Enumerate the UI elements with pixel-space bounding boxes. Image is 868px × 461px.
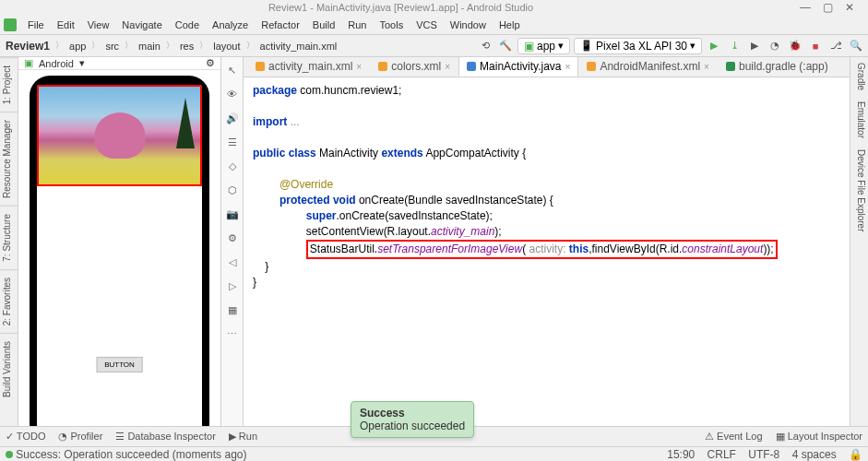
run-config-select[interactable]: ▣app ▾: [517, 38, 570, 54]
tab-activity-main[interactable]: activity_main.xml×: [247, 56, 370, 77]
palette-settings-icon[interactable]: ⚙: [225, 230, 240, 245]
sync-icon[interactable]: ⟲: [477, 38, 493, 54]
tool-layout-inspector[interactable]: ▦ Layout Inspector: [776, 431, 862, 443]
palette-tag-icon[interactable]: ⬡: [225, 183, 240, 197]
minimize-button[interactable]: —: [794, 1, 816, 14]
palette-more-icon[interactable]: ⋯: [225, 326, 240, 341]
device-preview: BUTTON ◀ ● ■: [30, 76, 209, 444]
menu-build[interactable]: Build: [307, 18, 340, 32]
coverage-icon[interactable]: ▶: [746, 38, 763, 54]
preview-button: BUTTON: [96, 357, 143, 372]
tab-manifest[interactable]: AndroidManifest.xml×: [578, 56, 718, 77]
tab-gradle[interactable]: build.gradle (:app): [718, 56, 837, 77]
rail-project[interactable]: 1: Project: [0, 57, 18, 112]
menu-tools[interactable]: Tools: [374, 18, 409, 32]
palette-cursor-icon[interactable]: ↖: [225, 63, 240, 77]
search-icon[interactable]: 🔍: [848, 38, 864, 54]
rail-favorites[interactable]: 2: Favorites: [0, 269, 18, 333]
tool-todo[interactable]: ✓ TODO: [6, 431, 45, 443]
notification-title: Success: [360, 407, 465, 420]
breadcrumb-item[interactable]: Review1: [4, 40, 52, 53]
breadcrumb: Review1〉 app〉 src〉 main〉 res〉 layout〉 ac…: [4, 40, 477, 53]
palette-rotate-icon[interactable]: ◇: [225, 159, 240, 173]
run-icon[interactable]: ▶: [706, 38, 722, 54]
palette-next-icon[interactable]: ▷: [225, 278, 240, 293]
status-encoding[interactable]: UTF-8: [748, 448, 779, 461]
rail-gradle[interactable]: Gradle: [850, 57, 868, 96]
debug-icon[interactable]: ⤓: [726, 38, 743, 54]
status-indent[interactable]: 4 spaces: [792, 448, 837, 461]
palette-sound-icon[interactable]: 🔊: [225, 111, 240, 125]
menu-analyze[interactable]: Analyze: [207, 18, 254, 32]
stop-icon[interactable]: ■: [807, 38, 824, 54]
editor-tabs: activity_main.xml× colors.xml× MainActiv…: [244, 57, 850, 77]
status-message: Success: Operation succeeded (moments ag…: [13, 448, 658, 461]
palette-camera-icon[interactable]: 📷: [225, 207, 240, 221]
status-eol[interactable]: CRLF: [707, 448, 736, 461]
tab-mainactivity[interactable]: MainActivity.java×: [458, 56, 578, 77]
status-lock-icon[interactable]: 🔒: [849, 448, 862, 461]
notification-popup[interactable]: Success Operation succeeded: [351, 401, 474, 438]
menu-help[interactable]: Help: [493, 18, 526, 32]
rail-build-variants[interactable]: Build Variants: [0, 333, 18, 405]
palette-prev-icon[interactable]: ◁: [225, 254, 240, 269]
menubar: File Edit View Navigate Code Analyze Ref…: [0, 15, 868, 35]
menu-file[interactable]: File: [22, 18, 50, 32]
tool-profiler[interactable]: ◔ Profiler: [58, 431, 102, 443]
profile-icon[interactable]: ◔: [767, 38, 783, 54]
hammer-icon[interactable]: 🔨: [497, 38, 514, 54]
notification-body: Operation succeeded: [360, 420, 465, 432]
menu-code[interactable]: Code: [170, 18, 205, 32]
dropdown-icon[interactable]: ▾: [79, 57, 85, 69]
device-select[interactable]: 📱 Pixel 3a XL API 30 ▾: [574, 38, 702, 54]
git-icon[interactable]: ⎇: [827, 38, 844, 54]
status-dot-icon: [6, 451, 13, 458]
app-logo-icon: [4, 18, 17, 31]
window-title: Review1 - MainActivity.java [Review1.app…: [7, 2, 794, 13]
palette-grid-icon[interactable]: ▦: [225, 302, 240, 317]
menu-navigate[interactable]: Navigate: [116, 18, 167, 32]
tool-event-log[interactable]: ⚠ Event Log: [705, 431, 763, 443]
status-caret-pos[interactable]: 15:90: [667, 448, 695, 461]
code-editor[interactable]: package com.huncm.review1; import ... pu…: [244, 77, 850, 444]
menu-view[interactable]: View: [82, 18, 115, 32]
breadcrumb-item[interactable]: res: [178, 41, 196, 52]
menu-refactor[interactable]: Refactor: [256, 18, 305, 32]
tab-colors[interactable]: colors.xml×: [370, 56, 458, 77]
attach-icon[interactable]: 🐞: [787, 38, 803, 54]
gear-icon[interactable]: ⚙: [206, 57, 215, 69]
maximize-button[interactable]: ▢: [816, 1, 838, 14]
tool-run[interactable]: ▶ Run: [229, 431, 257, 443]
menu-vcs[interactable]: VCS: [410, 18, 443, 32]
menu-window[interactable]: Window: [445, 18, 492, 32]
preview-image: [37, 85, 202, 186]
close-button[interactable]: ✕: [838, 1, 861, 14]
breadcrumb-item[interactable]: src: [103, 41, 121, 52]
android-icon: ▣: [24, 57, 33, 69]
breadcrumb-item[interactable]: activity_main.xml: [258, 41, 339, 52]
tool-database[interactable]: ☰ Database Inspector: [115, 431, 215, 443]
rail-structure[interactable]: 7: Structure: [0, 206, 18, 269]
menu-run[interactable]: Run: [342, 18, 372, 32]
breadcrumb-item[interactable]: layout: [211, 41, 242, 52]
breadcrumb-item[interactable]: app: [67, 41, 88, 52]
palette-ui-icon[interactable]: ☰: [225, 135, 240, 149]
breadcrumb-item[interactable]: main: [137, 41, 162, 52]
rail-device-file-explorer[interactable]: Device File Explorer: [850, 144, 868, 237]
preview-title: Android: [39, 58, 74, 69]
menu-edit[interactable]: Edit: [52, 18, 80, 32]
rail-resource-manager[interactable]: Resource Manager: [0, 112, 18, 206]
palette-eye-icon[interactable]: 👁: [225, 87, 240, 101]
rail-emulator[interactable]: Emulator: [850, 96, 868, 144]
